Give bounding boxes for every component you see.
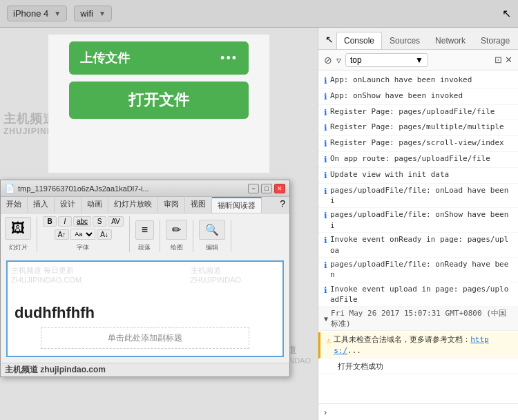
bold-button[interactable]: B [43, 216, 57, 227]
slide-watermark: 主机频道 每日更新ZHUJIPINDAO.COM [11, 265, 81, 284]
edit-button[interactable]: 🔍 [199, 220, 225, 240]
warning-text: 工具未检查合法域名，更多请参考文档：https:/... [334, 334, 512, 356]
paragraph-button[interactable]: ≡ [135, 220, 154, 240]
open-button-label: 打开文件 [128, 91, 189, 108]
tab-animation[interactable]: 动画 [81, 197, 108, 213]
ppt-title: tmp_1197663701o6zAJs2aa1kaDl7-i... [18, 184, 149, 193]
upload-dots: ••• [220, 51, 238, 66]
input-chevron: › [324, 407, 327, 417]
cursor-icon[interactable]: ↖ [502, 7, 511, 20]
context-dropdown-icon: ▼ [415, 55, 423, 65]
console-text: pages/uploadFile/file: onReady have been [330, 259, 512, 280]
tab-view[interactable]: 视图 [185, 197, 212, 213]
upload-button[interactable]: 上传文件 ••• [69, 41, 249, 75]
new-slide-button[interactable]: 🖼 [5, 217, 31, 240]
warning-icon: ⚠ [326, 335, 331, 347]
console-section-header: ▼ Fri May 26 2017 15:07:31 GMT+0800 (中国标… [318, 307, 518, 331]
console-line: ℹ On app route: pages/uploadFile/file [318, 152, 518, 168]
device-label: iPhone 4 [13, 8, 48, 19]
mobile-screen: 上传文件 ••• 打开文件 [48, 35, 269, 173]
ppt-icon: 📄 [5, 184, 15, 193]
close-devtools-icon[interactable]: ✕ [505, 55, 512, 65]
devtools-panel: ↖ Console Sources Network Storage ⊘ ▿ to… [318, 28, 518, 420]
slide-subtitle[interactable]: 单击此处添加副标题 [41, 327, 249, 349]
tab-start[interactable]: 开始 [1, 197, 28, 213]
maximize-button[interactable]: □ [261, 184, 272, 193]
devtools-cursor-icon[interactable]: ↖ [323, 30, 336, 49]
slide-icon: 🖼 [11, 220, 25, 236]
paragraph-label: 段落 [138, 243, 151, 252]
console-text: Register Page: pages/scroll-view/index [330, 137, 512, 148]
wifi-selector[interactable]: wifi ▼ [74, 6, 112, 21]
close-button[interactable]: ✕ [274, 184, 285, 193]
context-selector[interactable]: top ▼ [345, 53, 428, 67]
tab-insert[interactable]: 插入 [28, 197, 55, 213]
italic-button[interactable]: I [58, 216, 72, 227]
ppt-bottom-bar: 主机频道 zhujipindao.com [1, 363, 289, 376]
ribbon-group-edit: 🔍 编辑 [199, 220, 231, 252]
console-line: ℹ Update view with init data [318, 168, 518, 184]
warning-link[interactable]: https:/ [334, 335, 489, 354]
ribbon-group-drawing: ✏ 绘图 [166, 220, 193, 252]
filter-icon[interactable]: ▿ [336, 55, 341, 66]
device-arrow-icon: ▼ [54, 10, 61, 17]
ribbon-group-slides: 🖼 幻灯片 [5, 217, 37, 252]
info-icon: ℹ [324, 107, 327, 119]
tab-slideshow[interactable]: 幻灯片放映 [108, 197, 158, 213]
collapse-arrow-icon[interactable]: ▼ [324, 315, 328, 323]
info-icon: ℹ [324, 235, 327, 247]
warning-line: ⚠ 工具未检查合法域名，更多请参考文档：https:/... [318, 332, 518, 359]
font-size-up[interactable]: A↑ [55, 229, 70, 240]
toggle-icon[interactable]: ⊡ [495, 55, 502, 65]
help-icon[interactable]: ? [276, 197, 289, 213]
console-text: Register Page: pages/multiple/multiple [330, 122, 512, 132]
font-select[interactable]: Aa [70, 229, 95, 240]
devtools-toolbar: ⊘ ▿ top ▼ ⊡ ✕ [318, 50, 518, 70]
console-text: Update view with init data [330, 169, 512, 180]
ppt-titlebar: 📄 tmp_1197663701o6zAJs2aa1kaDl7-i... − □… [1, 180, 289, 197]
no-entry-icon[interactable]: ⊘ [324, 55, 332, 66]
console-line: ℹ pages/uploadFile/file: onShow have bee… [318, 208, 518, 233]
console-text: App: onLaunch have been invoked [330, 75, 512, 85]
device-selector[interactable]: iPhone 4 ▼ [7, 6, 67, 21]
underline-button[interactable]: abc [73, 216, 91, 227]
success-text: 打开文档成功 [338, 361, 512, 372]
tab-storage[interactable]: Storage [473, 32, 517, 49]
ribbon-group-font: B I abc S AV A↑ Aa A↓ 字体 [43, 216, 130, 252]
console-line: ℹ Register Page: pages/scroll-view/index [318, 136, 518, 152]
info-icon: ℹ [324, 138, 327, 150]
console-line: ℹ Register Page: pages/uploadFile/file [318, 105, 518, 121]
info-icon: ℹ [324, 260, 327, 271]
console-line: ℹ Invoke event upload in page: pages/upl… [318, 283, 518, 307]
console-text: Invoke event onReady in page: pages/uplo… [330, 234, 512, 256]
open-button[interactable]: 打开文件 [69, 82, 249, 119]
tab-sources[interactable]: Sources [382, 32, 428, 49]
console-text: pages/uploadFile/file: onShow have been … [330, 209, 512, 231]
slide-footer: 主机频道 zhujipindao.com [5, 364, 106, 376]
tab-design[interactable]: 设计 [55, 197, 81, 213]
slide-watermark-right: 主机频道ZHUJIPINDAO [191, 265, 241, 284]
font-size-down[interactable]: A↓ [97, 229, 112, 240]
drawing-icon: ✏ [172, 223, 181, 236]
paragraph-icon: ≡ [142, 224, 148, 236]
tab-foxit[interactable]: 福昕阅读器 [212, 197, 262, 213]
font-bottom-row: A↑ Aa A↓ [55, 229, 112, 240]
info-icon: ℹ [324, 186, 327, 198]
ppt-slide-area: 主机频道 每日更新ZHUJIPINDAO.COM 主机频道ZHUJIPINDAO… [6, 260, 284, 357]
spacing-button[interactable]: AV [108, 216, 124, 227]
tab-review[interactable]: 审阅 [158, 197, 185, 213]
info-icon: ℹ [324, 122, 327, 134]
console-text: On app route: pages/uploadFile/file [330, 153, 512, 164]
console-input[interactable] [329, 408, 512, 417]
drawing-button[interactable]: ✏ [166, 220, 187, 240]
section-timestamp: Fri May 26 2017 15:07:31 GMT+0800 (中国标准) [331, 308, 512, 329]
font-top-row: B I abc S AV [43, 216, 124, 227]
minimize-button[interactable]: − [248, 184, 259, 193]
strikethrough-button[interactable]: S [93, 216, 106, 227]
tab-network[interactable]: Network [428, 32, 473, 49]
top-bar: iPhone 4 ▼ wifi ▼ ↖ [0, 0, 518, 28]
ribbon-content: 🖼 幻灯片 B I abc S AV A↑ [1, 213, 289, 255]
info-icon: ℹ [324, 210, 327, 222]
upload-button-label: 上传文件 [80, 50, 130, 66]
tab-console[interactable]: Console [336, 32, 382, 49]
